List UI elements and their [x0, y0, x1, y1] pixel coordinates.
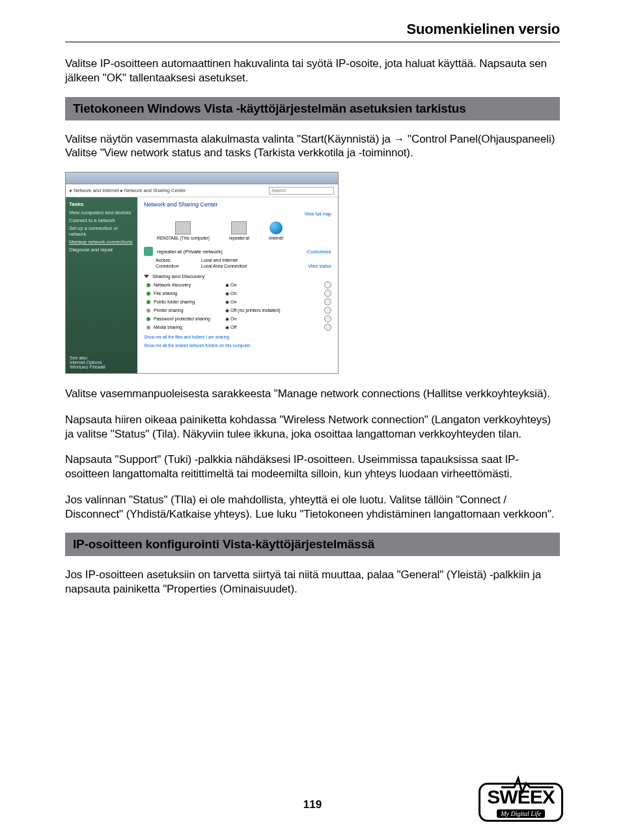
share-row: Password protected sharing◉ On [146, 315, 331, 322]
tasks-header: Tasks [69, 201, 134, 207]
share-label: File sharing [154, 291, 225, 296]
footer-link-1[interactable]: Show me all the files and folders I am s… [144, 335, 331, 339]
row-value: Local Area Connection [201, 264, 308, 268]
share-row: Public folder sharing◉ On [146, 298, 331, 305]
row-label: Access [156, 258, 201, 262]
status-dot-icon [146, 326, 150, 329]
node-label: RENSTABL (This computer) [157, 236, 210, 240]
brand-slogan: My Digital Life [497, 809, 545, 818]
share-label: Password protected sharing [154, 316, 225, 321]
para1-part-a: Valitse näytön vasemmasta alakulmasta va… [65, 133, 394, 145]
header-rule [65, 42, 560, 42]
status-dot-icon [146, 300, 150, 304]
share-value: ◉ Off (no printers installed) [225, 308, 324, 313]
sidebar-task[interactable]: View computers and devices [69, 210, 134, 216]
network-name-row: repeater.at (Private network) Customize [144, 247, 331, 256]
status-dot-icon [146, 317, 150, 321]
row-value: Local and Internet [201, 258, 331, 262]
vista-screenshot: ▸ Network and Internet ▸ Network and Sha… [65, 172, 339, 374]
expand-button[interactable] [324, 281, 331, 288]
sidebar-task[interactable]: Set up a connection or network [69, 225, 134, 237]
map-node-internet: Internet [269, 221, 283, 240]
view-full-map-link[interactable]: View full map [144, 212, 331, 216]
triangle-icon [144, 275, 149, 278]
node-label: Internet [269, 236, 283, 240]
page-number: 119 [303, 798, 322, 811]
panel-title: Network and Sharing Center [144, 201, 331, 208]
task-sidebar: Tasks View computers and devices Connect… [66, 197, 137, 373]
info-row: AccessLocal and Internet [156, 258, 331, 262]
share-value: ◉ On [225, 300, 324, 305]
footer-link[interactable]: Internet Options [70, 360, 105, 365]
section1-para3: Napsauta hiiren oikeaa painiketta kohdas… [65, 413, 560, 441]
search-input[interactable] [269, 187, 334, 195]
sharing-title: Sharing and Discovery [152, 273, 204, 279]
map-node-pc: RENSTABL (This computer) [157, 221, 210, 240]
expand-button[interactable] [324, 290, 331, 297]
sidebar-task[interactable]: Connect to a network [69, 217, 134, 223]
share-label: Network discovery [154, 283, 225, 287]
status-dot-icon [146, 309, 150, 313]
section2-para1: Jos IP-osoitteen asetuksiin on tarvetta … [65, 568, 560, 596]
content-area: Valitse IP-osoitteen automaattinen hakuv… [0, 57, 625, 596]
share-row: Media sharing◉ Off [146, 324, 331, 331]
main-panel: Network and Sharing Center View full map… [137, 197, 338, 373]
node-label: repeater.at [229, 236, 249, 240]
sidebar-task-manage[interactable]: Manage network connections [69, 239, 134, 245]
expand-button[interactable] [324, 315, 331, 322]
pulse-icon [501, 776, 553, 794]
section-title-2: IP-osoitteen konfigurointi Vista-käyttöj… [65, 533, 560, 556]
section1-para1: Valitse näytön vasemmasta alakulmasta va… [65, 132, 560, 161]
footer-link[interactable]: Windows Firewall [70, 365, 105, 369]
network-name: repeater.at (Private network) [157, 249, 223, 255]
section1-para5: Jos valinnan "Status" (TIla) ei ole mahd… [65, 493, 560, 522]
expand-button[interactable] [324, 324, 331, 331]
share-value: ◉ On [225, 291, 324, 296]
pc-icon [175, 221, 191, 234]
address-bar: ▸ Network and Internet ▸ Network and Sha… [66, 184, 338, 197]
section1-para2: Valitse vasemmanpuoleisesta sarakkeesta … [65, 387, 560, 401]
expand-button[interactable] [324, 298, 331, 305]
share-row: Network discovery◉ On [146, 281, 331, 288]
share-value: ◉ On [225, 316, 324, 322]
info-row: ConnectionLocal Area ConnectionView stat… [156, 264, 331, 268]
breadcrumb: ▸ Network and Internet ▸ Network and Sha… [70, 188, 186, 193]
window-titlebar [66, 173, 338, 184]
globe-icon [270, 221, 283, 234]
map-node-router: repeater.at [229, 221, 249, 240]
page-header: Suomenkielinen versio [0, 0, 625, 42]
share-label: Public folder sharing [154, 300, 225, 304]
intro-paragraph: Valitse IP-osoitteen automaattinen hakuv… [65, 57, 560, 85]
sidebar-footer: See also Internet Options Windows Firewa… [70, 356, 105, 369]
row-label: Connection [156, 264, 201, 268]
arrow-icon: → [394, 133, 405, 145]
section1-para4: Napsauta "Support" (Tuki) -palkkia nähdä… [65, 453, 560, 481]
footer-link-2[interactable]: Show me all the shared network folders o… [144, 343, 331, 348]
sidebar-task[interactable]: Diagnose and repair [69, 247, 134, 253]
share-row: File sharing◉ On [146, 290, 331, 297]
see-also-label: See also [70, 356, 105, 360]
share-label: Printer sharing [154, 308, 225, 313]
network-map: RENSTABL (This computer) repeater.at Int… [157, 221, 331, 240]
brand-logo: SWEEX My Digital Life [462, 783, 579, 822]
sharing-header: Sharing and Discovery [144, 273, 331, 279]
customize-link[interactable]: Customize [307, 249, 331, 255]
share-row: Printer sharing◉ Off (no printers instal… [146, 307, 331, 314]
expand-button[interactable] [324, 307, 331, 314]
status-dot-icon [146, 292, 150, 296]
network-icon [144, 247, 153, 256]
row-action[interactable]: View status [308, 264, 331, 268]
section-title-1: Tietokoneen Windows Vista -käyttöjärjest… [65, 97, 560, 120]
share-value: ◉ On [225, 283, 324, 288]
share-label: Media sharing [154, 325, 225, 329]
router-icon [231, 221, 247, 234]
status-dot-icon [146, 283, 150, 287]
share-value: ◉ Off [225, 325, 324, 330]
